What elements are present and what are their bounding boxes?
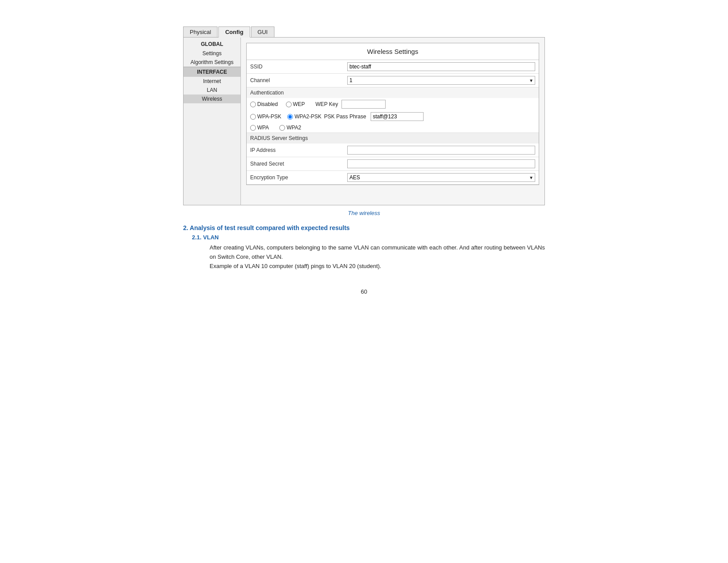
tab-config[interactable]: Config <box>218 26 250 38</box>
auth-disabled-radio[interactable] <box>250 102 256 107</box>
sidebar-item-lan[interactable]: LAN <box>184 86 240 94</box>
psk-pass-phrase-label: PSK Pass Phrase <box>324 113 366 120</box>
auth-section-header: Authentication <box>247 87 539 98</box>
ip-address-value-wrapper <box>347 146 535 155</box>
auth-wpa2psk-text: WPA2-PSK <box>294 113 321 120</box>
tab-bar: Physical Config GUI <box>183 26 545 38</box>
auth-wpa-radio[interactable] <box>250 125 256 131</box>
auth-wep-label[interactable]: WEP <box>286 101 305 107</box>
sidebar-item-internet[interactable]: Internet <box>184 77 240 86</box>
auth-wpapsk-text: WPA-PSK <box>257 113 281 120</box>
sidebar-item-settings[interactable]: Settings <box>184 49 240 58</box>
shared-secret-row: Shared Secret <box>247 157 539 171</box>
auth-wpapsk-radio[interactable] <box>250 114 256 120</box>
wireless-settings-box: Wireless Settings SSID Channel 1 <box>246 43 539 185</box>
section21-text2: Example of a VLAN 10 computer (staff) pi… <box>210 262 545 271</box>
wireless-settings-title: Wireless Settings <box>247 43 539 60</box>
channel-select-wrapper: 1 2 3 4 5 6 7 8 9 10 11 <box>347 76 535 85</box>
sidebar-item-algorithm-settings[interactable]: Algorithm Settings <box>184 58 240 67</box>
ip-address-label: IP Address <box>250 147 347 153</box>
sidebar-interface-header: INTERFACE <box>184 67 240 77</box>
tab-physical[interactable]: Physical <box>183 26 218 37</box>
auth-wpa2psk-label[interactable]: WPA2-PSK <box>287 113 321 120</box>
caption: The wireless <box>183 210 545 216</box>
auth-disabled-text: Disabled <box>257 101 278 107</box>
wep-key-input[interactable] <box>341 100 386 109</box>
shared-secret-label: Shared Secret <box>250 161 347 167</box>
encryption-type-row: Encryption Type AES TKIP Auto <box>247 171 539 185</box>
sidebar: GLOBAL Settings Algorithm Settings INTER… <box>184 38 241 205</box>
section21-heading: 2.1. VLAN <box>192 234 545 241</box>
section21-text1: After creating VLANs, computers belongin… <box>210 243 545 262</box>
channel-row: Channel 1 2 3 4 5 6 7 8 <box>247 74 539 87</box>
ssid-input[interactable] <box>347 62 535 71</box>
encryption-select-wrapper: AES TKIP Auto <box>347 173 535 182</box>
psk-pass-phrase-input[interactable] <box>371 112 424 121</box>
section2-heading: 2. Analysis of test result compared with… <box>183 224 545 231</box>
page-number: 60 <box>183 288 545 295</box>
encryption-type-value-wrapper: AES TKIP Auto <box>347 173 535 182</box>
content-area: Wireless Settings SSID Channel 1 <box>241 38 544 205</box>
auth-row-2: WPA-PSK WPA2-PSK PSK Pass Phrase <box>247 110 539 123</box>
ssid-row: SSID <box>247 60 539 74</box>
ip-address-input[interactable] <box>347 146 535 155</box>
auth-wpa2-label[interactable]: WPA2 <box>279 125 301 131</box>
auth-row-1: Disabled WEP WEP Key <box>247 98 539 110</box>
sidebar-item-wireless[interactable]: Wireless <box>184 94 240 103</box>
tab-gui[interactable]: GUI <box>251 26 274 37</box>
shared-secret-input[interactable] <box>347 159 535 168</box>
auth-wpapsk-label[interactable]: WPA-PSK <box>250 113 281 120</box>
radius-section-header: RADIUS Server Settings <box>247 132 539 144</box>
auth-wpa-text: WPA <box>257 125 269 131</box>
auth-wpa2-radio[interactable] <box>279 125 285 131</box>
encryption-type-select[interactable]: AES TKIP Auto <box>347 173 535 182</box>
encryption-type-label: Encryption Type <box>250 174 347 181</box>
ip-address-row: IP Address <box>247 144 539 157</box>
auth-wpa2-text: WPA2 <box>286 125 301 131</box>
auth-wep-radio[interactable] <box>286 102 292 107</box>
auth-wpa-label[interactable]: WPA <box>250 125 269 131</box>
channel-select[interactable]: 1 2 3 4 5 6 7 8 9 10 11 <box>347 76 535 85</box>
channel-label: Channel <box>250 77 347 83</box>
auth-wpa2psk-radio[interactable] <box>287 114 293 120</box>
sidebar-global-header: GLOBAL <box>184 39 240 49</box>
shared-secret-value-wrapper <box>347 159 535 168</box>
auth-wep-text: WEP <box>293 101 305 107</box>
ssid-label: SSID <box>250 64 347 70</box>
ssid-value-wrapper <box>347 62 535 71</box>
auth-disabled-label[interactable]: Disabled <box>250 101 278 107</box>
wep-key-label: WEP Key <box>315 101 338 107</box>
device-panel: GLOBAL Settings Algorithm Settings INTER… <box>183 38 545 205</box>
auth-row-3: WPA WPA2 <box>247 123 539 132</box>
channel-value-wrapper: 1 2 3 4 5 6 7 8 9 10 11 <box>347 76 535 85</box>
